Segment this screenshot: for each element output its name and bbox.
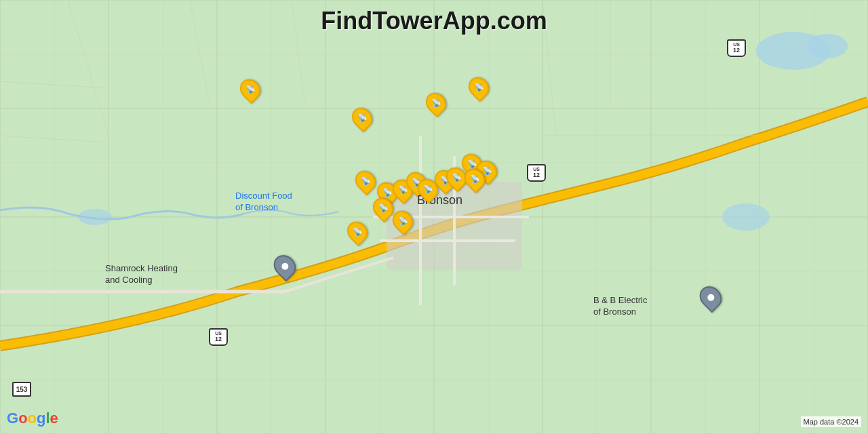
svg-point-28 xyxy=(807,34,848,58)
shamrock-label: Shamrock Heatingand Cooling xyxy=(105,263,178,286)
tower-marker[interactable]: 📡 xyxy=(465,168,484,190)
bb-electric-label: B & B Electricof Bronson xyxy=(593,295,647,318)
tower-marker[interactable]: 📡 xyxy=(356,170,375,192)
svg-point-29 xyxy=(722,203,770,231)
state153-shield: 153 xyxy=(12,382,31,397)
grey-location-marker[interactable] xyxy=(701,285,721,309)
map-container: FindTowerApp.com Bronson Discount Foodof… xyxy=(0,0,868,434)
tower-marker[interactable]: 📡 xyxy=(353,107,372,129)
tower-marker[interactable]: 📡 xyxy=(427,92,446,114)
us12-shield-bot: US12 xyxy=(209,328,228,346)
google-logo: Google xyxy=(7,410,58,427)
tower-marker[interactable]: 📡 xyxy=(241,79,260,100)
map-background xyxy=(0,0,868,434)
us12-shield-mid: US12 xyxy=(527,164,546,182)
tower-marker[interactable]: 📡 xyxy=(374,197,393,219)
site-title: FindTowerApp.com xyxy=(321,7,547,35)
us12-shield-top: US12 xyxy=(727,39,746,57)
tower-marker[interactable]: 📡 xyxy=(348,221,367,243)
grey-location-marker[interactable] xyxy=(275,254,295,278)
map-data-attribution: Map data ©2024 xyxy=(801,416,862,427)
discount-food-label: Discount Foodof Bronson xyxy=(235,191,292,214)
tower-marker[interactable]: 📡 xyxy=(393,210,412,232)
tower-marker[interactable]: 📡 xyxy=(469,77,488,98)
